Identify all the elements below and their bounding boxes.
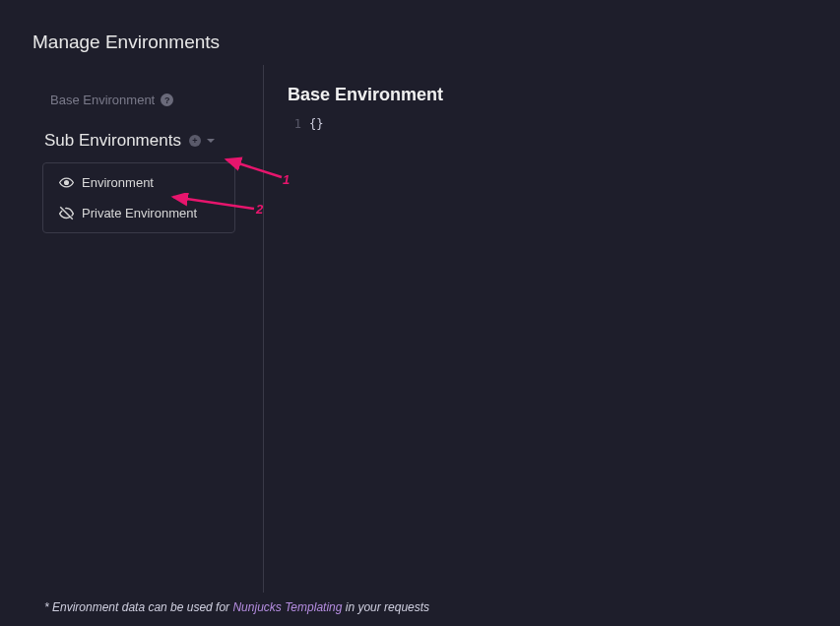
- dialog-title: Manage Environments: [0, 0, 840, 53]
- main-panel: Base Environment 1 {}: [264, 75, 840, 593]
- caret-down-icon[interactable]: [207, 139, 215, 143]
- private-environment-item[interactable]: Private Environment: [43, 198, 234, 228]
- help-icon[interactable]: ?: [161, 94, 173, 106]
- footer-prefix: * Environment data can be used for: [44, 600, 232, 614]
- nunjucks-link[interactable]: Nunjucks Templating: [232, 600, 342, 614]
- sub-environments-title: Sub Environments: [44, 131, 181, 151]
- private-environment-item-label: Private Environment: [82, 206, 197, 220]
- footer-suffix: in your requests: [342, 600, 429, 614]
- editor-title: Base Environment: [282, 85, 840, 105]
- environment-item[interactable]: Environment: [43, 167, 234, 198]
- annotation-label-1: 1: [283, 172, 290, 187]
- dialog-body: Base Environment ? Sub Environments + En: [0, 75, 840, 593]
- environment-list: Environment Private Environment: [42, 162, 235, 233]
- base-environment-label: Base Environment: [50, 93, 155, 107]
- base-environment-link[interactable]: Base Environment ?: [44, 87, 179, 113]
- editor-content: {}: [309, 117, 323, 131]
- svg-point-0: [65, 181, 69, 185]
- annotation-label-2: 2: [256, 202, 263, 217]
- json-editor[interactable]: 1 {}: [282, 117, 840, 131]
- sub-environments-header: Sub Environments +: [44, 131, 245, 151]
- eye-off-icon: [59, 206, 74, 220]
- sidebar: Base Environment ? Sub Environments + En: [0, 75, 263, 593]
- environment-item-label: Environment: [82, 175, 154, 190]
- eye-icon: [59, 175, 74, 190]
- add-environment-icon[interactable]: +: [189, 135, 201, 147]
- line-number: 1: [282, 117, 309, 131]
- manage-environments-dialog: Manage Environments Base Environment ? S…: [0, 0, 840, 626]
- footer-note: * Environment data can be used for Nunju…: [44, 600, 429, 614]
